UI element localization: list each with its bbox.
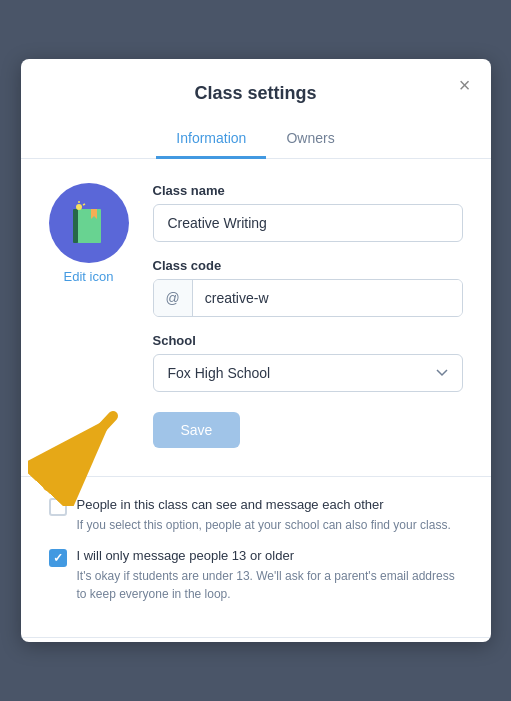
- modal-body: Edit icon Class name Class code @: [21, 159, 491, 472]
- checkbox-message-content: People in this class can see and message…: [77, 497, 451, 534]
- checkbox-age-description: It's okay if students are under 13. We'l…: [77, 567, 463, 603]
- class-code-group: Class code @: [153, 258, 463, 317]
- checkbox-section: People in this class can see and message…: [21, 481, 491, 633]
- tab-bar: Information Owners: [21, 120, 491, 159]
- svg-line-6: [83, 204, 85, 205]
- modal-title: Class settings: [21, 59, 491, 104]
- icon-wrapper: Edit icon: [49, 183, 129, 284]
- icon-section: Edit icon Class name Class code @: [49, 183, 463, 448]
- class-code-input[interactable]: [193, 280, 462, 316]
- checkbox-age-content: I will only message people 13 or older I…: [77, 548, 463, 603]
- code-prefix: @: [154, 280, 193, 316]
- form-section: Class name Class code @ School Fox High …: [153, 183, 463, 448]
- close-button[interactable]: ×: [451, 71, 479, 99]
- class-name-group: Class name: [153, 183, 463, 242]
- svg-point-4: [76, 204, 82, 210]
- checkbox-age[interactable]: ✓: [49, 549, 67, 567]
- class-icon: [49, 183, 129, 263]
- checkbox-age-label: I will only message people 13 or older: [77, 548, 463, 563]
- close-icon: ×: [459, 74, 471, 97]
- school-group: School Fox High School: [153, 333, 463, 392]
- book-svg: [59, 193, 119, 253]
- checkbox-message-label: People in this class can see and message…: [77, 497, 451, 512]
- checkmark-icon: ✓: [53, 552, 63, 564]
- class-code-label: Class code: [153, 258, 463, 273]
- divider-1: [21, 476, 491, 477]
- modal-dialog: × Class settings Information Owners: [21, 59, 491, 642]
- checkbox-message-description: If you select this option, people at you…: [77, 516, 451, 534]
- tab-information[interactable]: Information: [156, 120, 266, 159]
- svg-rect-2: [78, 209, 101, 243]
- class-code-wrapper: @: [153, 279, 463, 317]
- svg-rect-1: [73, 209, 78, 243]
- school-select[interactable]: Fox High School: [153, 354, 463, 392]
- checkbox-item-age: ✓ I will only message people 13 or older…: [49, 548, 463, 603]
- class-name-input[interactable]: [153, 204, 463, 242]
- checkbox-message[interactable]: [49, 498, 67, 516]
- tab-owners[interactable]: Owners: [266, 120, 354, 159]
- modal-overlay: × Class settings Information Owners: [0, 0, 511, 701]
- divider-2: [21, 637, 491, 638]
- edit-icon-label[interactable]: Edit icon: [64, 269, 114, 284]
- checkbox-item-message: People in this class can see and message…: [49, 497, 463, 534]
- save-button[interactable]: Save: [153, 412, 241, 448]
- class-name-label: Class name: [153, 183, 463, 198]
- school-label: School: [153, 333, 463, 348]
